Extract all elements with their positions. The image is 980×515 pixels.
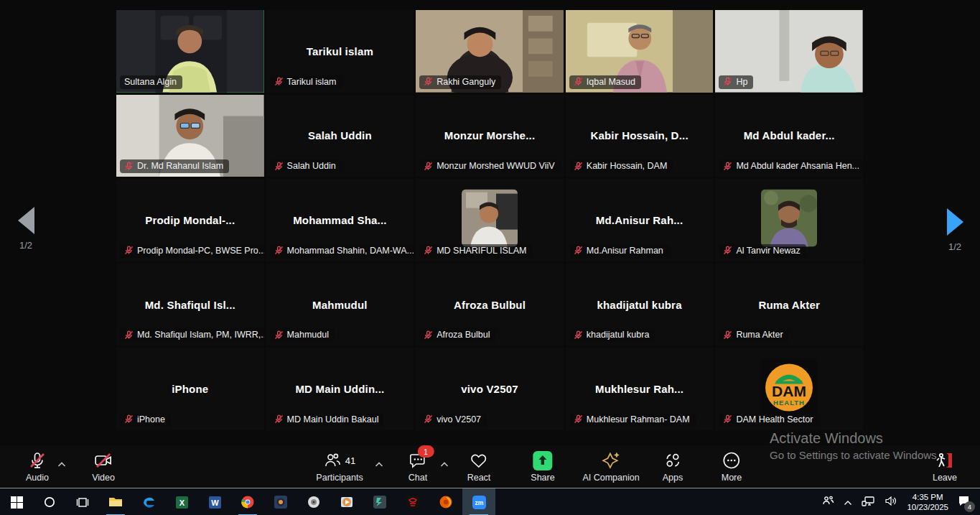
more-button[interactable]: More <box>722 450 742 483</box>
participant-tile[interactable]: Tarikul islamTarikul islam <box>266 10 414 93</box>
svg-text:HEALTH: HEALTH <box>773 398 805 406</box>
notification-center-icon[interactable]: 4 <box>958 495 970 509</box>
participant-tile[interactable]: Mohammad Sha...Mohammad Shahin, DAM-WA..… <box>266 179 414 261</box>
participant-tile[interactable]: Kabir Hossain, D...Kabir Hossain, DAM <box>566 95 714 177</box>
kmplayer-taskbar-icon[interactable] <box>264 488 297 515</box>
participant-tile[interactable]: Afroza BulbulAfroza Bulbul <box>416 264 564 346</box>
bangla-app-taskbar-icon[interactable] <box>396 488 429 515</box>
participant-name-text: vivo V2507 <box>437 414 481 424</box>
apps-button[interactable]: Apps <box>663 450 683 483</box>
muted-mic-icon <box>274 162 284 171</box>
participant-avatar <box>462 190 518 247</box>
participant-name-text: Md Abdul kader Ahsania Hen... <box>736 161 859 171</box>
participant-name-label: Hp <box>719 75 753 89</box>
leave-button[interactable]: Leave <box>933 450 957 483</box>
participant-tile[interactable]: Sultana Algin <box>116 10 264 93</box>
file-explorer-taskbar-icon[interactable] <box>99 488 132 515</box>
tray-expand-chevron-icon[interactable] <box>844 496 852 509</box>
participant-name-text: Mukhlesur Rahman- DAM <box>587 414 690 424</box>
ai-companion-button[interactable]: AI Companion <box>582 450 639 483</box>
participant-tile[interactable]: Iqbal Masud <box>566 10 714 93</box>
clock-time: 4:35 PM <box>907 492 948 502</box>
start-taskbar-icon[interactable] <box>0 488 33 515</box>
participant-tile[interactable]: Ruma AkterRuma Akter <box>715 264 863 346</box>
participant-tile[interactable]: Salah UddinSalah Uddin <box>266 95 414 177</box>
muted-mic-icon <box>574 77 583 86</box>
camera-off-icon <box>93 450 113 470</box>
task-view-taskbar-icon[interactable] <box>66 488 99 515</box>
participant-tile[interactable]: Md. Shafiqul Isl...Md. Shafiqul Islam, P… <box>116 264 264 346</box>
participant-tile[interactable]: MD Main Uddin...MD Main Uddin Bakaul <box>266 348 414 430</box>
participant-tile[interactable]: Al Tanvir Newaz <box>715 179 863 261</box>
participants-button[interactable]: 41 Participants <box>316 450 363 483</box>
participant-tile[interactable]: Hp <box>715 10 863 93</box>
excel-taskbar-icon[interactable]: X <box>165 488 198 515</box>
participant-name-text: Prodip Mondal-PC, BWSE Pro... <box>137 246 264 256</box>
muted-mic-icon <box>424 162 433 171</box>
participant-tile[interactable]: Rakhi Ganguly <box>416 10 564 93</box>
participant-tile[interactable]: Md Abdul kader...Md Abdul kader Ahsania … <box>715 95 863 177</box>
share-screen-icon <box>533 451 552 470</box>
taskbar-clock[interactable]: 4:35 PM 10/23/2025 <box>907 492 948 512</box>
zoom-taskbar-icon[interactable]: zm <box>462 488 495 515</box>
participant-name-label: Md. Shafiqul Islam, PM, IWRR,... <box>120 328 264 342</box>
participant-tile[interactable]: khadijatul kubrakhadijatul kubra <box>566 264 714 346</box>
participant-tile[interactable]: iPhoneiPhone <box>116 348 264 430</box>
participant-name-text: Kabir Hossain, DAM <box>587 161 668 171</box>
search-taskbar-icon[interactable] <box>33 488 66 515</box>
muted-mic-icon <box>723 162 732 171</box>
filmora-taskbar-icon[interactable] <box>363 488 396 515</box>
system-tray: 4:35 PM 10/23/2025 4 <box>822 488 977 515</box>
wmp-taskbar-icon[interactable] <box>330 488 363 515</box>
share-button[interactable]: Share <box>531 450 554 483</box>
participant-tile[interactable]: MD SHARIFUL ISLAM <box>416 179 564 261</box>
chat-options-caret[interactable] <box>441 457 449 470</box>
chevron-left-icon <box>18 207 34 234</box>
participant-name-label: Monzur Morshed WWUD ViiV <box>419 159 560 173</box>
participant-name-text: Md.Anisur Rahman <box>587 246 663 256</box>
participant-name-label: vivo V2507 <box>419 413 487 427</box>
participant-name-label: Iqbal Masud <box>569 75 641 89</box>
page-indicator-left: 1/2 <box>4 240 47 251</box>
participant-name-text: Mahmudul <box>287 330 329 340</box>
word-taskbar-icon[interactable]: W <box>198 488 231 515</box>
gallery-prev-page-button[interactable]: 1/2 <box>4 207 47 251</box>
participant-tile[interactable]: DAMHEALTHDAM Health Sector <box>715 348 863 430</box>
participant-tile[interactable]: Mukhlesur Rah...Mukhlesur Rahman- DAM <box>566 348 714 430</box>
participant-tile[interactable]: Dr. Md Rahanul Islam <box>116 95 264 177</box>
participant-tile[interactable]: Monzur Morshe...Monzur Morshed WWUD ViiV <box>416 95 564 177</box>
dam-health-logo: DAMHEALTH <box>761 358 817 416</box>
participants-options-caret[interactable] <box>375 457 383 470</box>
muted-mic-icon <box>424 77 433 86</box>
zoom-toolbar: Audio Video 41 Participants 1 <box>0 445 980 487</box>
mic-muted-icon <box>28 450 47 470</box>
audio-button[interactable]: Audio <box>26 450 49 483</box>
chat-button[interactable]: 1 Chat <box>409 450 427 483</box>
chrome-taskbar-icon[interactable] <box>231 488 264 515</box>
edge-taskbar-icon[interactable] <box>132 488 165 515</box>
people-tray-icon[interactable] <box>822 495 834 509</box>
participant-gallery: Sultana AlginTarikul islamTarikul islamR… <box>116 10 863 430</box>
gallery-next-page-button[interactable]: 1/2 <box>933 208 976 252</box>
participant-tile[interactable]: Md.Anisur Rah...Md.Anisur Rahman <box>566 179 714 261</box>
participant-name-text: Tarikul islam <box>287 77 337 87</box>
audio-options-caret[interactable] <box>58 457 66 470</box>
muted-mic-icon <box>274 77 284 86</box>
participant-name-text: Rakhi Ganguly <box>437 77 495 87</box>
participant-tile[interactable]: Prodip Mondal-...Prodip Mondal-PC, BWSE … <box>116 179 264 261</box>
chat-unread-badge: 1 <box>418 445 434 458</box>
muted-mic-icon <box>124 330 134 340</box>
svg-text:X: X <box>179 498 185 506</box>
media-player-taskbar-icon[interactable] <box>297 488 330 515</box>
leave-door-icon <box>935 450 955 470</box>
muted-mic-icon <box>424 246 433 255</box>
volume-tray-icon[interactable] <box>885 496 897 509</box>
video-button[interactable]: Video <box>92 450 115 483</box>
participant-tile[interactable]: vivo V2507vivo V2507 <box>416 348 564 430</box>
more-ellipsis-icon <box>722 450 741 470</box>
react-button[interactable]: React <box>467 450 491 483</box>
participant-tile[interactable]: MahmudulMahmudul <box>266 264 414 346</box>
firefox-taskbar-icon[interactable] <box>429 488 462 515</box>
apps-label: Apps <box>663 473 683 483</box>
network-tray-icon[interactable] <box>862 496 875 509</box>
